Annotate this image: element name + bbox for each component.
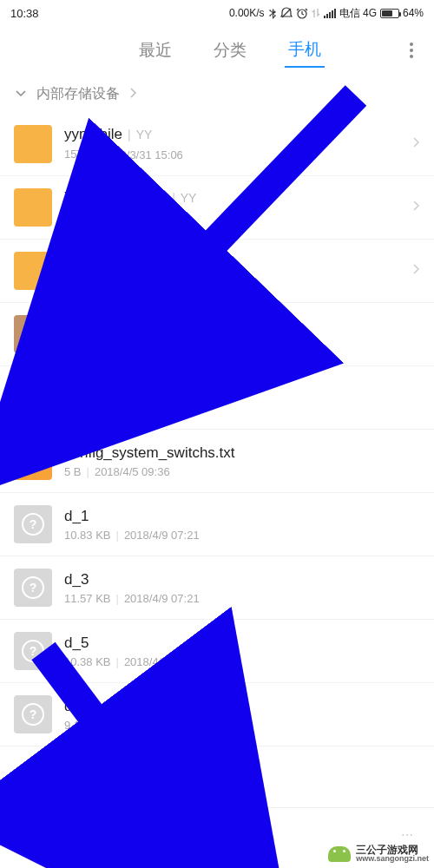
item-app: YY — [181, 191, 197, 205]
bottom-more-icon[interactable]: ⋯ — [401, 828, 415, 842]
item-date: 2018/4/9 07:21 — [118, 719, 194, 732]
clean-icon — [234, 815, 264, 845]
list-item[interactable]: ? d_3 11.57 KB | 2018/4/9 07:21 — [0, 556, 434, 620]
status-right: 0.00K/s 电信 4G 64% — [229, 6, 424, 21]
item-name: zhihu — [64, 253, 100, 270]
zip-icon: ZIP — [14, 315, 52, 353]
chevron-right-icon — [411, 199, 420, 216]
status-battery-pct: 64% — [403, 7, 424, 19]
transfer-button[interactable]: 快传 — [170, 815, 200, 861]
item-size: 11.57 KB — [64, 592, 111, 605]
android-icon — [328, 846, 351, 862]
tab-category[interactable]: 分类 — [210, 34, 250, 67]
folder-icon — [14, 252, 52, 290]
transfer-icon — [170, 815, 200, 845]
bluetooth-icon — [268, 7, 277, 19]
signal-icon — [324, 9, 336, 18]
svg-rect-2 — [324, 16, 326, 18]
chevron-right-icon — [128, 87, 137, 102]
unknown-file-icon: ? — [14, 569, 52, 607]
item-name: d_3 — [64, 571, 89, 589]
item-name: blink.log — [64, 381, 118, 398]
item-name: d_1 — [64, 508, 89, 525]
status-time: 10:38 — [10, 7, 39, 20]
item-date: 2018/4/9 07:21 — [124, 655, 200, 668]
item-count: 1项 — [64, 210, 82, 226]
unknown-file-icon: ? — [14, 505, 52, 543]
item-date: 2018/4/9 10:38 — [126, 339, 201, 352]
status-speed: 0.00K/s — [229, 7, 265, 19]
txt-icon: TXT — [14, 378, 52, 417]
item-date: 2018/4/9 07:21 — [124, 529, 200, 542]
item-date: 2018/4/9 07:21 — [124, 592, 200, 605]
breadcrumb-root: 内部存储设备 — [36, 85, 120, 103]
item-date: 2018/3/31 15:06 — [102, 148, 183, 161]
tabs: 最近 分类 手机 — [0, 26, 434, 75]
list-item[interactable]: ZIP 百度经验.zip 21.43 MB | 2018/4/9 10:38 — [0, 303, 434, 366]
item-date: 2018/3/27 12:56 — [107, 402, 188, 415]
item-size: 21.43 MB — [64, 339, 113, 352]
item-count: 15项 — [64, 147, 88, 162]
item-app: YY — [136, 128, 153, 141]
item-size: 10.38 KB — [64, 655, 111, 668]
item-date: 2018/3/31 15:06 — [95, 212, 177, 225]
chevron-right-icon — [411, 262, 420, 279]
chevron-right-icon — [411, 135, 420, 153]
list-item[interactable]: ? d_1 10.83 KB | 2018/4/9 07:21 — [0, 493, 434, 556]
unknown-file-icon: ? — [14, 695, 52, 733]
item-size: 5 B — [64, 465, 82, 478]
list-item[interactable]: yymobile | YY 15项 | 2018/3/31 15:06 — [0, 113, 434, 176]
unknown-file-icon: ? — [14, 632, 52, 670]
item-date: 2018/3/31 15:13 — [95, 275, 177, 288]
data-icon — [312, 8, 320, 18]
breadcrumb[interactable]: 内部存储设备 — [0, 75, 434, 113]
item-name: d_7 — [64, 698, 89, 715]
svg-rect-4 — [329, 12, 331, 18]
list-item[interactable]: YYPushService | YY 1项 | 2018/3/31 15:06 — [0, 176, 434, 240]
svg-rect-6 — [334, 9, 336, 18]
folder-icon — [14, 188, 52, 227]
status-bar: 10:38 0.00K/s 电信 4G 64% — [0, 0, 434, 26]
list-item[interactable]: TXT config_system_switchs.txt 5 B | 2018… — [0, 430, 434, 493]
svg-rect-5 — [332, 10, 333, 18]
file-list: yymobile | YY 15项 | 2018/3/31 15:06 YYPu… — [0, 113, 434, 746]
item-name: d_5 — [64, 635, 89, 652]
battery-icon — [380, 9, 399, 18]
tab-recent[interactable]: 最近 — [135, 34, 175, 67]
item-name: yymobile — [64, 126, 122, 143]
status-carrier: 电信 4G — [339, 6, 377, 21]
list-item[interactable]: ? d_7 9.11 KB | 2018/4/9 07:21 — [0, 683, 434, 746]
list-item[interactable]: TXT blink.log 597 B | 2018/3/27 12:56 — [0, 366, 434, 430]
clean-button[interactable]: 清理 — [234, 815, 264, 861]
list-item[interactable]: zhihu 3项 | 2018/3/31 15:13 — [0, 240, 434, 303]
item-count: 3项 — [64, 273, 82, 289]
item-date: 2018/4/5 09:36 — [95, 465, 170, 478]
item-size: 10.83 KB — [64, 529, 111, 542]
item-size: 597 B — [64, 402, 94, 415]
more-menu-icon[interactable] — [403, 36, 420, 65]
item-name: config_system_switchs.txt — [64, 444, 235, 462]
folder-icon — [14, 125, 52, 163]
item-name: YYPushService — [64, 189, 167, 207]
tab-phone[interactable]: 手机 — [285, 33, 325, 68]
dnd-icon — [280, 7, 293, 19]
item-name: 百度经验.zip — [64, 316, 146, 336]
txt-icon: TXT — [14, 442, 52, 480]
watermark: 三公子游戏网 www.sangongzi.net — [328, 845, 429, 863]
svg-rect-3 — [326, 14, 328, 18]
chevron-down-icon — [14, 86, 28, 103]
item-size: 9.11 KB — [64, 719, 104, 732]
list-item[interactable]: ? d_5 10.38 KB | 2018/4/9 07:21 — [0, 620, 434, 683]
alarm-icon — [296, 7, 308, 19]
